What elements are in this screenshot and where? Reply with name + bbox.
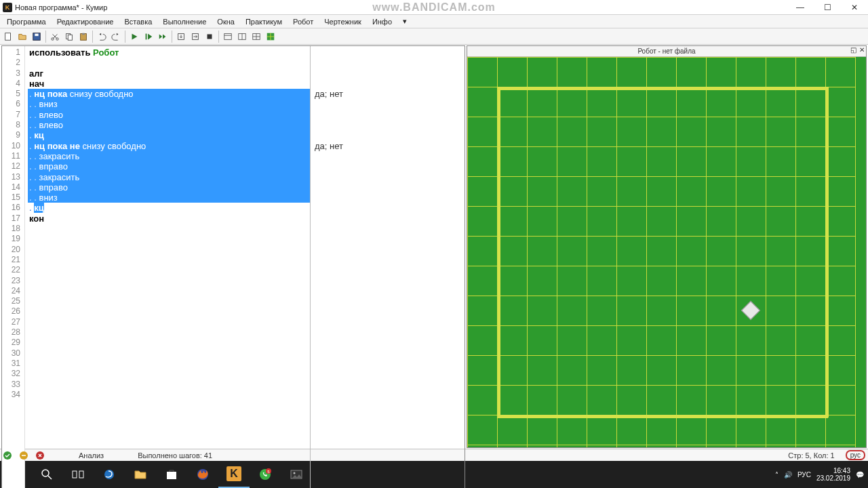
svg-rect-0 [5,33,11,40]
code-line[interactable] [28,265,310,275]
robot-field[interactable] [467,57,866,447]
step-icon[interactable] [142,30,155,43]
run-icon[interactable] [127,30,141,43]
undo-icon[interactable] [95,30,108,43]
code-line[interactable] [28,224,310,234]
cut-icon[interactable] [48,30,62,43]
robot-panel: Робот - нет файла ◱ ✕ [467,45,867,448]
robot-panel-title: Робот - нет файла ◱ ✕ [467,46,866,57]
code-line[interactable]: . . закрасить [28,151,310,161]
menu-инфо[interactable]: Инфо [367,18,397,26]
line-gutter: 1234567891011121314151617181920212223242… [2,46,25,488]
code-line[interactable]: . . вправо [28,161,310,171]
code-line[interactable]: кон [28,214,310,224]
tray-notifications-icon[interactable]: 💬 [856,471,864,479]
code-line[interactable] [28,390,310,400]
code-line[interactable]: использовать Робот [28,47,310,58]
robot-marker [741,301,760,320]
editor-panel: 1234567891011121314151617181920212223242… [1,45,465,488]
window1-icon[interactable] [221,30,235,43]
new-file-icon[interactable] [1,30,15,43]
code-line[interactable]: . кц [28,130,310,140]
code-editor[interactable]: 1234567891011121314151617181920212223242… [2,46,311,488]
code-line[interactable]: алг [28,68,310,79]
robot-field-icon[interactable] [264,30,277,43]
maximize-button[interactable]: ☐ [814,0,841,15]
stop-icon[interactable] [203,30,216,43]
menu-bar: ПрограммаРедактированиеВставкаВыполнение… [0,15,868,28]
svg-rect-29 [16,475,21,480]
close-button[interactable]: ✕ [841,0,868,15]
menu-программа[interactable]: Программа [1,18,52,26]
fast-icon[interactable] [156,30,170,43]
tray-sound-icon[interactable]: 🔊 [784,471,792,479]
menu-выполнение[interactable]: Выполнение [157,18,212,26]
title-bar: K Новая программа* - Кумир www.BANDICAM.… [0,0,868,15]
code-line[interactable]: . . влево [28,120,310,130]
app-icon: K [3,3,12,12]
code-line[interactable]: . . вправо [28,182,310,192]
svg-rect-6 [68,35,72,40]
window-title: Новая программа* - Кумир [15,3,107,12]
redo-icon[interactable] [109,30,123,43]
menu-окна[interactable]: Окна [212,18,240,26]
code-line[interactable] [28,338,310,348]
paste-icon[interactable] [77,30,90,43]
code-line[interactable] [28,380,310,390]
robot-close-icon[interactable]: ✕ [859,46,865,54]
step-into-icon[interactable] [174,30,188,43]
menu-робот[interactable]: Робот [288,18,319,26]
menu-чертежник[interactable]: Чертежник [319,18,367,26]
minimize-button[interactable]: — [787,0,814,15]
code-line[interactable] [28,296,310,306]
code-line[interactable] [28,369,310,379]
code-line[interactable] [28,286,310,296]
menu-практикум[interactable]: Практикум [240,18,288,26]
tray-lang[interactable]: РУС [797,471,811,479]
code-line[interactable] [28,327,310,338]
status-ok-icon [3,451,12,460]
svg-rect-26 [10,469,15,474]
tray-clock[interactable]: 16:4323.02.2019 [816,467,850,482]
code-line[interactable] [28,317,310,327]
code-line[interactable] [28,276,310,286]
toolbar [0,28,868,45]
code-line[interactable] [28,359,310,369]
code-line[interactable]: . нц пока не снизу свободно [28,141,310,151]
code-line[interactable]: . . влево [28,110,310,120]
status-cursor: Стр: 5, Кол: 1 [788,451,834,460]
code-line[interactable] [28,245,310,255]
copy-icon[interactable] [62,30,76,43]
menu-вставка[interactable]: Вставка [119,18,157,26]
code-line[interactable]: . . вниз [28,99,310,109]
code-line[interactable] [28,58,310,68]
window2-icon[interactable] [235,30,249,43]
tray-chevron-icon[interactable]: ˄ [775,471,778,479]
robot-wall [825,87,829,418]
svg-rect-2 [35,33,38,36]
code-line[interactable] [28,234,310,244]
window3-icon[interactable] [250,30,263,43]
code-line[interactable] [28,306,310,317]
code-line[interactable] [28,348,310,359]
svg-rect-13 [224,33,232,39]
robot-dock-icon[interactable]: ◱ [850,46,856,54]
code-line[interactable]: . кц [28,203,310,213]
margin-pane: да; нетда; нет [311,46,465,488]
menu-редактирование[interactable]: Редактирование [52,18,119,26]
code-line[interactable] [28,255,310,265]
code-line[interactable]: нач [28,79,310,89]
code-line[interactable]: . нц пока снизу свободно [28,89,310,99]
svg-rect-8 [82,33,85,35]
code-line[interactable]: . . вниз [28,192,310,203]
code-line[interactable]: . . закрасить [28,172,310,182]
step-over-icon[interactable] [189,30,202,43]
menu-dropdown-icon[interactable]: ▾ [397,17,412,26]
robot-wall [497,87,500,415]
robot-wall [497,87,825,90]
open-file-icon[interactable] [16,30,29,43]
status-lang[interactable]: рус [846,450,865,460]
svg-rect-27 [16,469,21,474]
robot-wall [497,415,828,418]
save-icon[interactable] [30,30,43,43]
